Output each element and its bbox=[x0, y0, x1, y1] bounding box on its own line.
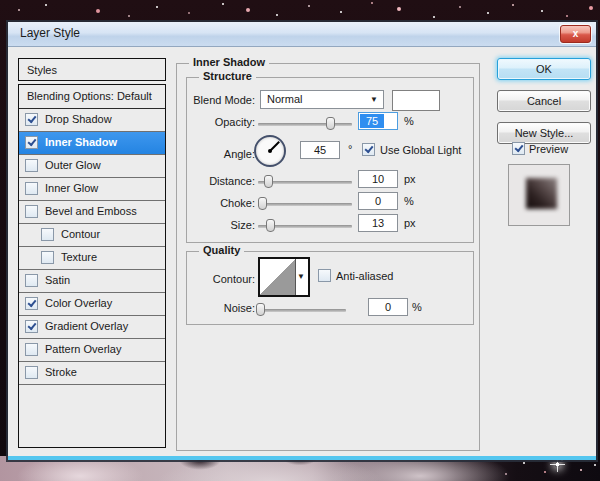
window-title: Layer Style bbox=[20, 26, 80, 40]
angle-dial[interactable] bbox=[254, 135, 286, 167]
preview-label: Preview bbox=[529, 143, 568, 155]
noise-label: Noise: bbox=[108, 301, 255, 315]
sidebar-item-label: Drop Shadow bbox=[45, 113, 112, 125]
noise-slider-thumb[interactable] bbox=[256, 303, 265, 316]
size-value: 13 bbox=[372, 217, 384, 229]
sidebar-item-label: Stroke bbox=[45, 366, 77, 378]
sidebar-item-label: Inner Glow bbox=[45, 182, 98, 194]
checkbox-inner-glow[interactable] bbox=[25, 182, 38, 195]
distance-unit: px bbox=[404, 173, 416, 185]
sidebar-item-pattern-overlay[interactable]: Pattern Overlay bbox=[19, 339, 165, 362]
checkbox-drop-shadow[interactable] bbox=[25, 113, 38, 126]
distance-label: Distance: bbox=[108, 174, 255, 188]
distance-input[interactable]: 10 bbox=[358, 170, 398, 188]
sidebar-item-label: Outer Glow bbox=[45, 159, 101, 171]
noise-value: 0 bbox=[385, 301, 391, 313]
styles-header: Styles bbox=[18, 58, 166, 81]
close-icon: x bbox=[573, 28, 579, 39]
checkbox-gradient-overlay[interactable] bbox=[25, 320, 38, 333]
angle-value: 45 bbox=[314, 144, 326, 156]
contour-thumbnail[interactable] bbox=[260, 259, 296, 295]
stars bbox=[0, 0, 2, 2]
screenshot: Layer Style x Styles Blending Options: D… bbox=[0, 0, 600, 481]
noise-input[interactable]: 0 bbox=[368, 298, 408, 316]
angle-label: Angle: bbox=[108, 147, 255, 161]
checkbox-satin[interactable] bbox=[25, 274, 38, 287]
choke-value: 0 bbox=[375, 195, 381, 207]
angle-input[interactable]: 45 bbox=[300, 141, 340, 159]
quality-legend: Quality bbox=[199, 244, 244, 256]
checkbox-contour[interactable] bbox=[41, 228, 54, 241]
choke-input[interactable]: 0 bbox=[358, 192, 398, 210]
sidebar-item-label: Pattern Overlay bbox=[45, 343, 121, 355]
checkbox-anti-aliased[interactable] bbox=[318, 269, 331, 282]
styles-list: Blending Options: Default Drop Shadow In… bbox=[18, 84, 166, 448]
opacity-value: 75 bbox=[360, 114, 384, 128]
sidebar-item-label: Texture bbox=[61, 251, 97, 263]
choke-label: Choke: bbox=[108, 196, 255, 210]
sidebar-item-label: Contour bbox=[61, 228, 100, 240]
checkbox-bevel-and-emboss[interactable] bbox=[25, 205, 38, 218]
checkbox-texture[interactable] bbox=[41, 251, 54, 264]
checkbox-pattern-overlay[interactable] bbox=[25, 343, 38, 356]
bright-star bbox=[555, 462, 560, 467]
cancel-button[interactable]: Cancel bbox=[497, 90, 591, 112]
titlebar[interactable]: Layer Style x bbox=[8, 22, 596, 47]
blend-mode-select[interactable]: Normal ▼ bbox=[260, 90, 384, 109]
noise-slider-track[interactable] bbox=[258, 309, 346, 312]
opacity-slider-thumb[interactable] bbox=[326, 117, 335, 130]
checkbox-stroke[interactable] bbox=[25, 366, 38, 379]
blend-mode-label: Blend Mode: bbox=[108, 93, 255, 107]
contour-label: Contour: bbox=[108, 272, 255, 286]
checkbox-outer-glow[interactable] bbox=[25, 159, 38, 172]
sidebar-item-label: Color Overlay bbox=[45, 297, 112, 309]
angle-center-dot bbox=[268, 149, 272, 153]
new-style-button[interactable]: New Style... bbox=[497, 122, 591, 144]
choke-slider-thumb[interactable] bbox=[258, 197, 267, 210]
size-unit: px bbox=[404, 217, 416, 229]
sidebar-item-texture[interactable]: Texture bbox=[19, 247, 165, 270]
shadow-color-swatch[interactable] bbox=[392, 90, 440, 111]
size-label: Size: bbox=[108, 218, 255, 232]
dialog-body: Styles Blending Options: Default Drop Sh… bbox=[8, 47, 596, 452]
opacity-unit: % bbox=[404, 115, 414, 127]
sidebar-item-label: Inner Shadow bbox=[45, 136, 117, 148]
blend-mode-value: Normal bbox=[267, 93, 302, 105]
opacity-slider-track[interactable] bbox=[258, 123, 352, 126]
starfield-top bbox=[0, 0, 600, 22]
sidebar-item-gradient-overlay[interactable]: Gradient Overlay bbox=[19, 316, 165, 339]
styles-label: Styles bbox=[27, 64, 57, 76]
checkbox-color-overlay[interactable] bbox=[25, 297, 38, 310]
choke-slider-track[interactable] bbox=[258, 203, 352, 206]
distance-slider-thumb[interactable] bbox=[264, 175, 273, 188]
chevron-down-icon: ▼ bbox=[370, 91, 378, 108]
panel-title: Inner Shadow bbox=[189, 56, 269, 68]
ok-button[interactable]: OK bbox=[497, 58, 591, 80]
chevron-down-icon[interactable]: ▼ bbox=[295, 259, 307, 295]
size-slider-thumb[interactable] bbox=[266, 219, 275, 232]
size-input[interactable]: 13 bbox=[358, 214, 398, 232]
preview-shadow-square bbox=[526, 178, 557, 209]
sidebar-item-label: Satin bbox=[45, 274, 70, 286]
use-global-light-label: Use Global Light bbox=[380, 144, 461, 156]
layer-style-dialog: Layer Style x Styles Blending Options: D… bbox=[8, 22, 596, 460]
contour-picker[interactable]: ▼ bbox=[258, 257, 310, 297]
checkbox-use-global-light[interactable] bbox=[362, 143, 375, 156]
sidebar-item-label: Gradient Overlay bbox=[45, 320, 128, 332]
distance-value: 10 bbox=[372, 173, 384, 185]
structure-legend: Structure bbox=[199, 70, 256, 82]
stars bbox=[0, 456, 2, 458]
sidebar-item-stroke[interactable]: Stroke bbox=[19, 362, 165, 385]
anti-aliased-label: Anti-aliased bbox=[336, 270, 393, 282]
noise-unit: % bbox=[412, 301, 422, 313]
opacity-input[interactable]: 75 bbox=[358, 112, 398, 130]
angle-unit: ° bbox=[348, 143, 352, 155]
opacity-label: Opacity: bbox=[108, 115, 255, 129]
close-button[interactable]: x bbox=[560, 25, 591, 43]
checkbox-preview[interactable] bbox=[512, 142, 525, 155]
checkbox-inner-shadow[interactable] bbox=[25, 136, 38, 149]
choke-unit: % bbox=[404, 195, 414, 207]
style-preview-thumbnail bbox=[508, 164, 570, 226]
